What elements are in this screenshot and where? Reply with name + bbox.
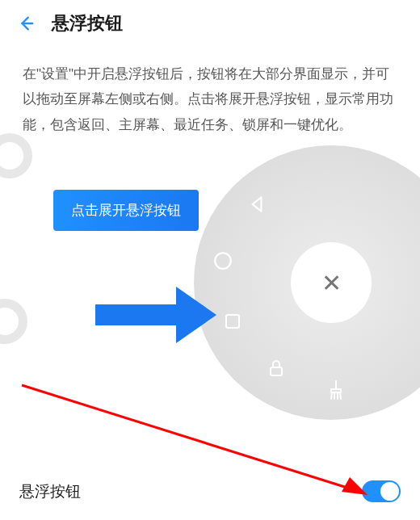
svg-rect-6 [271, 367, 282, 375]
floating-button-toggle[interactable] [362, 480, 401, 502]
svg-line-11 [340, 392, 341, 399]
page-title: 悬浮按钮 [52, 11, 123, 36]
svg-point-4 [215, 254, 231, 270]
expand-arrow-icon [95, 287, 216, 343]
svg-rect-5 [226, 315, 239, 328]
toggle-row: 悬浮按钮 [0, 466, 420, 520]
recent-square-icon [223, 312, 242, 331]
instruction-bubble: 点击展开悬浮按钮 [53, 190, 199, 231]
instruction-text: 点击展开悬浮按钮 [71, 203, 181, 218]
svg-marker-2 [176, 287, 216, 343]
svg-rect-1 [95, 304, 176, 325]
toggle-knob [380, 482, 399, 501]
close-icon: ✕ [321, 269, 342, 297]
feature-description: 在"设置"中开启悬浮按钮后，按钮将在大部分界面显示，并可以拖动至屏幕左侧或右侧。… [0, 47, 420, 145]
svg-line-8 [331, 392, 332, 399]
back-button[interactable] [15, 12, 37, 35]
illustration-area: 点击展开悬浮按钮 [0, 145, 420, 420]
svg-marker-3 [253, 198, 262, 212]
home-circle-icon [212, 250, 233, 271]
clean-brush-icon [326, 380, 346, 402]
lock-icon [267, 358, 286, 379]
floating-button-collapsed-icon [0, 299, 27, 344]
close-fan-button: ✕ [291, 242, 372, 323]
toggle-label: 悬浮按钮 [19, 481, 81, 502]
back-triangle-icon [246, 194, 267, 215]
back-arrow-icon [17, 15, 35, 32]
floating-button-expanded: ✕ [194, 145, 420, 420]
